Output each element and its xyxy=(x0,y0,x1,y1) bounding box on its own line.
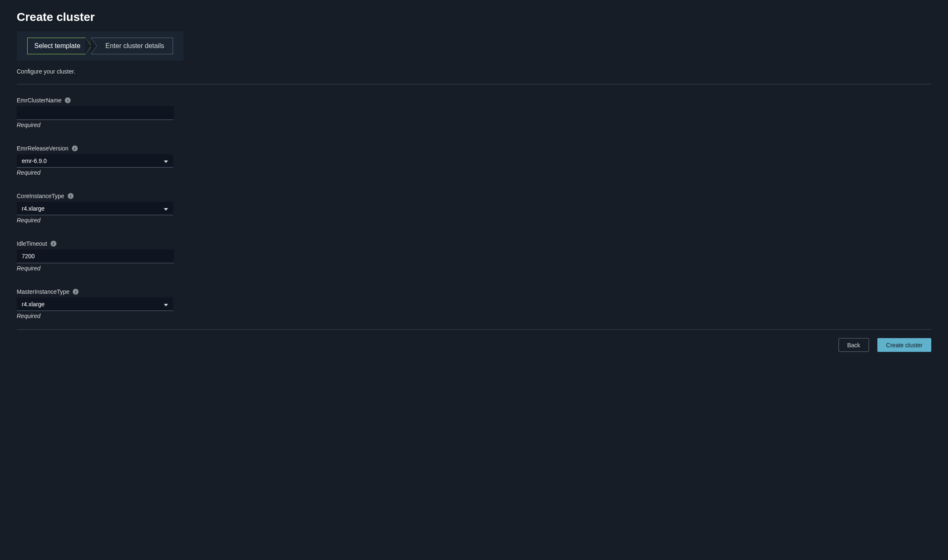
page-title: Create cluster xyxy=(17,10,931,24)
required-hint: Required xyxy=(17,265,931,272)
divider xyxy=(17,84,931,84)
field-label: IdleTimeout xyxy=(17,240,47,247)
field-label: CoreInstanceType xyxy=(17,193,64,199)
field-emr-cluster-name: EmrClusterName i Required xyxy=(17,97,931,128)
field-core-instance-type: CoreInstanceType i r4.xlarge Required xyxy=(17,193,931,224)
info-icon[interactable]: i xyxy=(73,289,79,295)
step-label: Select template xyxy=(34,42,80,50)
divider xyxy=(17,329,931,330)
footer-actions: Back Create cluster xyxy=(17,338,931,352)
info-icon[interactable]: i xyxy=(51,241,56,247)
required-hint: Required xyxy=(17,217,931,224)
required-hint: Required xyxy=(17,313,931,319)
master-instance-type-select[interactable]: r4.xlarge xyxy=(17,298,173,311)
stepper: Select template Enter cluster details xyxy=(27,38,173,54)
field-master-instance-type: MasterInstanceType i r4.xlarge Required xyxy=(17,288,931,319)
core-instance-type-select[interactable]: r4.xlarge xyxy=(17,202,173,215)
step-enter-cluster-details[interactable]: Enter cluster details xyxy=(91,38,173,54)
info-icon[interactable]: i xyxy=(65,97,71,103)
required-hint: Required xyxy=(17,169,931,176)
step-label: Enter cluster details xyxy=(105,42,164,50)
field-label: EmrClusterName xyxy=(17,97,61,104)
stepper-container: Select template Enter cluster details xyxy=(17,31,183,61)
page-description: Configure your cluster. xyxy=(17,68,931,75)
form-section: EmrClusterName i Required EmrReleaseVers… xyxy=(17,89,931,319)
field-label: EmrReleaseVersion xyxy=(17,145,69,152)
emr-release-version-select[interactable]: emr-6.9.0 xyxy=(17,154,173,168)
field-label: MasterInstanceType xyxy=(17,288,69,295)
create-cluster-button[interactable]: Create cluster xyxy=(877,338,931,352)
required-hint: Required xyxy=(17,122,931,128)
info-icon[interactable]: i xyxy=(68,193,74,199)
emr-cluster-name-input[interactable] xyxy=(17,106,174,120)
idle-timeout-input[interactable] xyxy=(17,249,174,263)
back-button[interactable]: Back xyxy=(838,338,869,352)
field-idle-timeout: IdleTimeout i Required xyxy=(17,240,931,272)
field-emr-release-version: EmrReleaseVersion i emr-6.9.0 Required xyxy=(17,145,931,176)
info-icon[interactable]: i xyxy=(72,145,78,151)
step-select-template[interactable]: Select template xyxy=(27,38,86,54)
